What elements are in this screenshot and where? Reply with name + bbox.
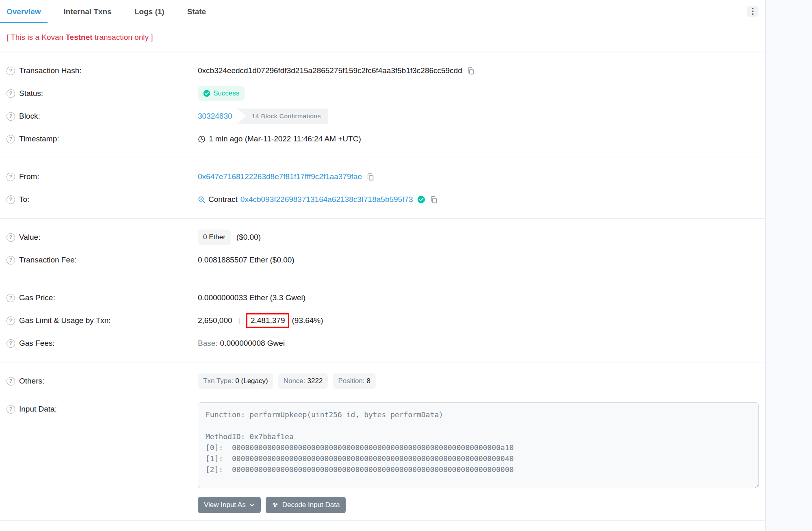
chevron-down-icon <box>249 503 255 508</box>
gas-fees-label: Gas Fees: <box>19 339 55 348</box>
help-icon[interactable]: ? <box>6 135 15 143</box>
nonce-value: 3222 <box>307 377 323 385</box>
transaction-detail-card: Overview Internal Txns Logs (1) State [ … <box>0 0 766 531</box>
input-data-actions: View Input As Decode Input Data <box>198 497 759 513</box>
nonce-key: Nonce: <box>284 377 305 385</box>
block-confirmations-badge: 14 Block Confirmations <box>237 108 328 124</box>
row-transaction-hash: ? Transaction Hash: 0xcb324eedcd1d07296f… <box>0 59 765 82</box>
gas-limit-label: Gas Limit & Usage by Txn: <box>19 316 111 325</box>
nonce-badge: Nonce: 3222 <box>278 373 328 389</box>
timestamp-label: Timestamp: <box>19 134 59 143</box>
decode-icon <box>272 502 279 509</box>
tab-overview[interactable]: Overview <box>0 0 48 23</box>
help-icon[interactable]: ? <box>6 67 15 75</box>
verified-check-icon <box>417 195 425 204</box>
tab-internal-txns[interactable]: Internal Txns <box>57 0 118 23</box>
decode-input-data-label: Decode Input Data <box>282 501 340 509</box>
clock-icon <box>198 135 206 143</box>
txn-type-badge: Txn Type: 0 (Legacy) <box>198 373 273 389</box>
view-input-as-label: View Input As <box>204 501 246 509</box>
testnet-note-section: [ This is a Kovan Testnet transaction on… <box>0 23 765 52</box>
more-options-button[interactable] <box>747 6 758 17</box>
tab-logs[interactable]: Logs (1) <box>128 0 171 23</box>
row-gas-fees: ? Gas Fees: Base: 0.000000008 Gwei <box>0 332 765 355</box>
help-icon[interactable]: ? <box>6 256 15 264</box>
ether-value-badge: 0 Ether <box>198 230 231 245</box>
gas-limit-value: 2,650,000 <box>198 316 232 325</box>
testnet-note-suffix: transaction only ] <box>93 33 153 41</box>
help-icon[interactable]: ? <box>6 173 15 181</box>
status-value: Success <box>213 89 239 98</box>
input-data-label: Input Data: <box>19 405 57 414</box>
value-label: Value: <box>19 233 40 242</box>
gas-used-percent: (93.64%) <box>292 316 323 325</box>
from-address-link[interactable]: 0x647e7168122263d8e7f81f17fff9c2f1aa379f… <box>198 172 362 181</box>
gas-fees-base-label: Base: <box>198 339 218 348</box>
help-icon[interactable]: ? <box>6 316 15 325</box>
row-to: ? To: Contract 0x4cb093f226983713164a621… <box>0 188 765 211</box>
row-status: ? Status: Success <box>0 82 765 105</box>
view-input-as-button[interactable]: View Input As <box>198 497 261 513</box>
testnet-note: [ This is a Kovan Testnet transaction on… <box>6 33 759 42</box>
section-value: ? Value: 0 Ether ($0.00) ? Transaction F… <box>0 219 765 279</box>
transaction-fee-value: 0.0081885507 Ether ($0.00) <box>198 256 294 264</box>
row-gas-price: ? Gas Price: 0.0000000033 Ether (3.3 Gwe… <box>0 286 765 309</box>
position-badge: Position: 8 <box>333 373 376 389</box>
transaction-fee-label: Transaction Fee: <box>19 256 77 264</box>
copy-icon[interactable] <box>366 173 375 181</box>
testnet-note-bold: Testnet <box>65 33 92 41</box>
success-check-icon <box>203 90 210 97</box>
to-label: To: <box>19 195 29 204</box>
txn-type-key: Txn Type: <box>203 377 233 385</box>
status-badge: Success <box>198 86 245 101</box>
to-contract-prefix: Contract <box>208 195 238 204</box>
decode-input-data-button[interactable]: Decode Input Data <box>266 497 346 513</box>
section-gas: ? Gas Price: 0.0000000033 Ether (3.3 Gwe… <box>0 279 765 362</box>
txn-type-value: 0 (Legacy) <box>235 377 268 385</box>
kebab-dot <box>752 8 754 9</box>
kebab-dot <box>752 13 754 15</box>
help-icon[interactable]: ? <box>6 339 15 348</box>
block-label: Block: <box>19 112 40 121</box>
block-number-link[interactable]: 30324830 <box>198 112 232 121</box>
row-input-data: ? Input Data: Function: performUpkeep(ui… <box>0 398 765 513</box>
gas-price-value: 0.0000000033 Ether (3.3 Gwei) <box>198 293 305 302</box>
value-usd: ($0.00) <box>236 233 261 242</box>
row-timestamp: ? Timestamp: 1 min ago (Mar-11-2022 11:4… <box>0 128 765 150</box>
tab-state[interactable]: State <box>181 0 212 23</box>
to-address-link[interactable]: 0x4cb093f226983713164a62138c3f718a5b595f… <box>240 195 413 204</box>
gas-used-highlight-box: 2,481,379 <box>246 313 290 328</box>
section-others-input: ? Others: Txn Type: 0 (Legacy) Nonce: 32… <box>0 362 765 521</box>
help-icon[interactable]: ? <box>6 89 15 98</box>
row-transaction-fee: ? Transaction Fee: 0.0081885507 Ether ($… <box>0 249 765 271</box>
help-icon[interactable]: ? <box>6 405 15 414</box>
transaction-hash-value: 0xcb324eedcd1d07296fdf3d215a2865275f159c… <box>198 66 462 75</box>
position-value: 8 <box>367 377 370 385</box>
section-overview-top: ? Transaction Hash: 0xcb324eedcd1d07296f… <box>0 52 765 158</box>
help-icon[interactable]: ? <box>6 195 15 204</box>
gas-fees-base-value: 0.000000008 Gwei <box>220 339 285 348</box>
help-icon[interactable]: ? <box>6 112 15 121</box>
from-label: From: <box>19 172 39 181</box>
section-parties: ? From: 0x647e7168122263d8e7f81f17fff9c2… <box>0 158 765 219</box>
transaction-hash-label: Transaction Hash: <box>19 66 81 75</box>
zoom-in-icon[interactable] <box>198 196 206 204</box>
position-key: Position: <box>338 377 364 385</box>
help-icon[interactable]: ? <box>6 294 15 302</box>
row-value: ? Value: 0 Ether ($0.00) <box>0 226 765 249</box>
row-from: ? From: 0x647e7168122263d8e7f81f17fff9c2… <box>0 165 765 188</box>
gas-separator: | <box>238 316 240 325</box>
gas-price-label: Gas Price: <box>19 293 55 302</box>
kebab-dot <box>752 11 754 12</box>
timestamp-value: 1 min ago (Mar-11-2022 11:46:24 AM +UTC) <box>209 134 361 143</box>
row-gas-limit-usage: ? Gas Limit & Usage by Txn: 2,650,000 | … <box>0 309 765 332</box>
copy-icon[interactable] <box>466 67 475 75</box>
status-label: Status: <box>19 89 43 98</box>
copy-icon[interactable] <box>429 195 438 204</box>
input-data-textarea[interactable]: Function: performUpkeep(uint256 id, byte… <box>198 402 759 488</box>
others-label: Others: <box>19 377 44 386</box>
row-block: ? Block: 30324830 14 Block Confirmations <box>0 105 765 128</box>
row-others: ? Others: Txn Type: 0 (Legacy) Nonce: 32… <box>0 370 765 392</box>
help-icon[interactable]: ? <box>6 233 15 242</box>
help-icon[interactable]: ? <box>6 377 15 386</box>
